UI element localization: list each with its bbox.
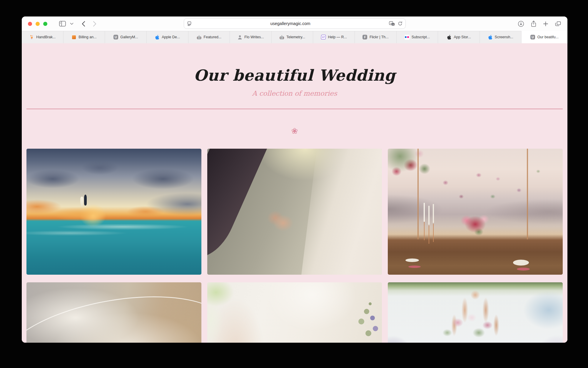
tab-label: App Stor... bbox=[454, 35, 471, 39]
tab-telemetry[interactable]: 🤖 Telemetry... bbox=[271, 31, 313, 43]
orange-cube-icon bbox=[71, 35, 76, 40]
robot-icon: 🤖 bbox=[197, 35, 202, 40]
flickr-dots-icon bbox=[405, 35, 410, 40]
minimize-button[interactable] bbox=[36, 22, 40, 26]
plus-icon bbox=[543, 21, 548, 26]
tab-label: Subscript... bbox=[412, 35, 430, 39]
gallery-photo-beach-sunset-couple[interactable] bbox=[26, 149, 201, 275]
tab-handbrak[interactable]: 🍹 HandBrak... bbox=[22, 31, 63, 43]
forward-button[interactable] bbox=[93, 21, 96, 27]
robot-icon: 🤖 bbox=[279, 35, 284, 40]
tab-billing-an[interactable]: Billing an... bbox=[63, 31, 105, 43]
tab-label: Flickr | Th... bbox=[370, 35, 389, 39]
tab-label: Screensh... bbox=[495, 35, 513, 39]
u-badge-icon: U bbox=[113, 35, 118, 40]
reader-view-icon[interactable] bbox=[187, 21, 192, 26]
browser-window: usegallerymagic.com Aa 🍹 HandBrak... bbox=[22, 16, 567, 343]
gallery-photo-veil-kiss[interactable] bbox=[26, 282, 201, 343]
tab-flickr-th[interactable]: F Flickr | Th... bbox=[355, 31, 396, 43]
flower-ornament-icon: ❀ bbox=[22, 126, 567, 136]
apple-blue-icon bbox=[155, 35, 160, 40]
url-text[interactable]: usegallerymagic.com bbox=[192, 21, 389, 26]
share-icon bbox=[531, 21, 536, 27]
tab-flo-writes[interactable]: Flo Writes... bbox=[230, 31, 271, 43]
handbrake-icon: 🍹 bbox=[29, 35, 34, 40]
tab-gallerym[interactable]: U GalleryM... bbox=[105, 31, 146, 43]
tab-subscript[interactable]: Subscript... bbox=[396, 31, 438, 43]
apple-blue-icon bbox=[488, 35, 493, 40]
svg-text:a: a bbox=[392, 23, 394, 25]
new-tab-button[interactable] bbox=[543, 21, 548, 26]
tab-group-chevron-button[interactable] bbox=[70, 23, 74, 25]
tab-label: HandBrak... bbox=[36, 35, 56, 39]
toolbar-right-actions bbox=[518, 16, 561, 31]
f-badge-icon: F bbox=[363, 35, 368, 40]
sidebar-toggle-button[interactable] bbox=[59, 21, 66, 26]
tab-label: Help — R... bbox=[328, 35, 347, 39]
downloads-button[interactable] bbox=[518, 21, 524, 27]
apple-black-icon bbox=[447, 35, 452, 40]
tab-screensh[interactable]: Screensh... bbox=[480, 31, 521, 43]
tab-label: Telemetry... bbox=[286, 35, 305, 39]
tab-strip: 🍹 HandBrak... Billing an... U GalleryM..… bbox=[22, 31, 567, 43]
back-button[interactable] bbox=[82, 21, 85, 27]
tab-our-beatifu[interactable]: U Our beatifu... bbox=[521, 31, 568, 43]
tab-label: Billing an... bbox=[78, 35, 96, 39]
gallery-photo-reception-table[interactable] bbox=[388, 149, 563, 275]
bust-icon bbox=[237, 35, 242, 40]
photo-gallery bbox=[26, 149, 563, 343]
tab-help-r[interactable]: 17 Help — R... bbox=[313, 31, 355, 43]
tab-overview-icon bbox=[555, 21, 561, 26]
tab-label: Flo Writes... bbox=[244, 35, 264, 39]
window-controls bbox=[28, 22, 47, 26]
tab-label: Featured... bbox=[204, 35, 221, 39]
purple-17-icon: 17 bbox=[321, 35, 326, 40]
page-content: Our beautiful Wedding A collection of me… bbox=[22, 43, 567, 343]
tab-label: Apple De... bbox=[162, 35, 180, 39]
tab-featured[interactable]: 🤖 Featured... bbox=[188, 31, 230, 43]
translate-icon[interactable]: Aa bbox=[389, 21, 395, 26]
page-subtitle: A collection of memories bbox=[22, 89, 567, 98]
divider-line bbox=[26, 109, 563, 109]
tab-label: GalleryM... bbox=[120, 35, 138, 39]
forward-icon bbox=[93, 21, 96, 27]
tab-overview-button[interactable] bbox=[555, 21, 561, 26]
gallery-photo-holding-hands[interactable] bbox=[207, 149, 382, 275]
download-icon bbox=[518, 21, 524, 27]
zoom-button[interactable] bbox=[43, 22, 47, 26]
address-bar[interactable]: usegallerymagic.com Aa bbox=[184, 18, 406, 29]
u-badge-icon: U bbox=[530, 35, 535, 40]
page-title: Our beautiful Wedding bbox=[22, 66, 567, 85]
tab-apple-de[interactable]: Apple De... bbox=[146, 31, 188, 43]
back-icon bbox=[82, 21, 85, 27]
gallery-photo-group-celebration[interactable] bbox=[388, 282, 563, 343]
close-button[interactable] bbox=[28, 22, 32, 26]
tab-label: Our beatifu... bbox=[537, 35, 559, 39]
share-button[interactable] bbox=[531, 21, 536, 27]
chevron-down-icon bbox=[70, 23, 74, 25]
browser-toolbar: usegallerymagic.com Aa bbox=[22, 16, 567, 31]
reload-icon[interactable] bbox=[398, 21, 402, 26]
gallery-photo-bridal-bouquet[interactable] bbox=[207, 282, 382, 343]
sidebar-icon bbox=[59, 21, 66, 26]
tab-app-stor[interactable]: App Stor... bbox=[438, 31, 480, 43]
